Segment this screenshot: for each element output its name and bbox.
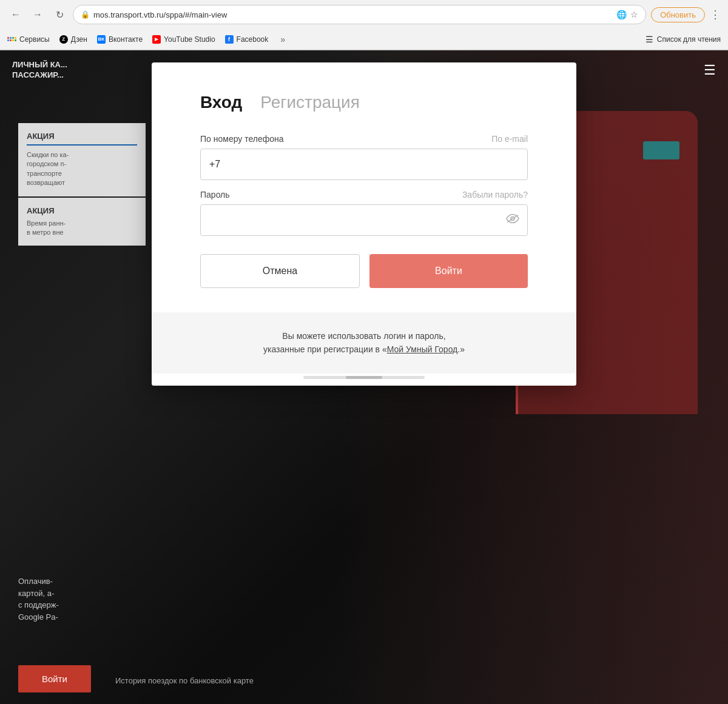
bookmark-youtube[interactable]: ▶ YouTube Studio — [152, 35, 215, 44]
bookmark-vk-label: Вконтакте — [109, 35, 143, 44]
lock-icon: 🔒 — [81, 10, 90, 19]
facebook-icon: f — [225, 35, 234, 44]
bookmark-services-label: Сервисы — [19, 35, 50, 44]
modal-footer-text: Вы можете использовать логин и пароль, у… — [200, 329, 528, 357]
translate-icon[interactable]: 🌐 — [616, 10, 627, 19]
browser-chrome: ← → ↻ 🔒 mos.transport.vtb.ru/sppa/#/main… — [0, 0, 728, 50]
update-button[interactable]: Обновить — [651, 7, 705, 22]
dzen-icon: Z — [59, 35, 68, 44]
phone-form-row: По номеру телефона По e-mail — [200, 134, 528, 180]
modal-tabs: Вход Регистрация — [200, 93, 528, 112]
password-input[interactable] — [200, 204, 528, 236]
url-text: mos.transport.vtb.ru/sppa/#/main-view — [93, 10, 613, 19]
password-label-row: Пароль Забыли пароль? — [200, 190, 528, 199]
modal-scrollbar-area — [152, 374, 576, 386]
bookmark-facebook-label: Facebook — [237, 35, 269, 44]
reading-list-icon: ☰ — [645, 35, 653, 44]
smart-city-link[interactable]: Мой Умный Город — [387, 344, 458, 354]
login-button[interactable]: Войти — [369, 254, 528, 288]
modal-buttons: Отмена Войти — [200, 254, 528, 288]
reload-button[interactable]: ↻ — [51, 6, 68, 23]
password-wrapper — [200, 204, 528, 236]
youtube-icon: ▶ — [152, 35, 161, 44]
bookmark-facebook[interactable]: f Facebook — [225, 35, 269, 44]
tab-register[interactable]: Регистрация — [260, 93, 360, 112]
phone-input[interactable] — [200, 149, 528, 180]
bookmark-youtube-label: YouTube Studio — [164, 35, 215, 44]
page-background: ЛИЧНЫЙ КА... ПАССАЖИР... ☰ АКЦИЯ Скидки … — [0, 50, 728, 704]
forward-button[interactable]: → — [29, 6, 46, 23]
back-button[interactable]: ← — [7, 6, 24, 23]
eye-icon[interactable] — [506, 214, 519, 227]
tab-login[interactable]: Вход — [200, 93, 242, 112]
phone-label-row: По номеру телефона По e-mail — [200, 134, 528, 144]
login-modal: Вход Регистрация По номеру телефона По e… — [152, 62, 576, 386]
modal-body: Вход Регистрация По номеру телефона По e… — [152, 62, 576, 312]
modal-scrollbar[interactable] — [303, 376, 425, 379]
grid-icon — [7, 37, 16, 41]
bookmark-dzen-label: Дзен — [71, 35, 87, 44]
footer-text-1: Вы можете использовать логин и пароль, — [282, 331, 445, 341]
vk-icon: ВК — [97, 35, 106, 44]
bookmark-services[interactable]: Сервисы — [7, 35, 50, 44]
cancel-button[interactable]: Отмена — [200, 254, 360, 288]
password-form-row: Пароль Забыли пароль? — [200, 190, 528, 236]
bookmark-vk[interactable]: ВК Вконтакте — [97, 35, 143, 44]
more-bookmarks-icon[interactable]: » — [280, 35, 285, 44]
footer-text-2: указанные при регистрации в « — [263, 344, 387, 354]
footer-text-3: .» — [457, 344, 465, 354]
modal-footer: Вы можете использовать логин и пароль, у… — [152, 312, 576, 374]
reading-list-label: Список для чтения — [657, 35, 721, 44]
address-bar[interactable]: 🔒 mos.transport.vtb.ru/sppa/#/main-view … — [73, 5, 646, 24]
bookmark-dzen[interactable]: Z Дзен — [59, 35, 87, 44]
password-label: Пароль — [200, 190, 230, 199]
reading-list[interactable]: ☰ Список для чтения — [645, 35, 721, 44]
star-icon[interactable]: ☆ — [630, 10, 638, 19]
more-options-button[interactable]: ⋮ — [710, 8, 721, 21]
bookmarks-bar: Сервисы Z Дзен ВК Вконтакте ▶ YouTube St… — [0, 29, 728, 50]
modal-scrollbar-thumb — [346, 376, 382, 379]
email-label[interactable]: По e-mail — [491, 134, 528, 144]
forgot-password-link[interactable]: Забыли пароль? — [462, 190, 528, 199]
browser-toolbar: ← → ↻ 🔒 mos.transport.vtb.ru/sppa/#/main… — [0, 0, 728, 29]
phone-label: По номеру телефона — [200, 134, 284, 144]
modal-overlay: Вход Регистрация По номеру телефона По e… — [0, 50, 728, 704]
